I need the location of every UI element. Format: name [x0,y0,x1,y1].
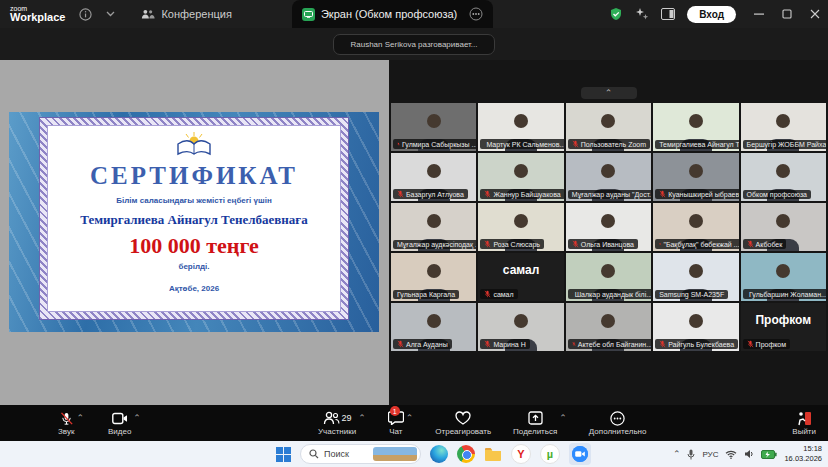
share-button[interactable]: Поделиться [513,410,557,436]
logo-line2: Workplace [10,12,65,23]
minimize-button[interactable] [754,9,764,19]
participant-tile[interactable]: Жаннур Байшуакова [478,153,563,201]
participant-tile[interactable]: Гульнара Каргала [391,253,476,301]
participant-name: Samsung SM-A235F [659,291,724,298]
tab-conference[interactable]: Конференция [141,8,231,20]
participant-tile[interactable]: Куанышкирей ыбраев [653,153,738,201]
participant-tile[interactable]: Обком профсоюза [741,153,826,201]
windows-start-button[interactable] [276,447,291,462]
participant-big-name: самал [478,263,563,277]
participant-tile[interactable]: Мартук РК Сальменов... [478,103,563,151]
mute-options-caret[interactable]: ⌃ [76,413,84,423]
muted-mic-icon [747,340,754,348]
participant-tile[interactable]: самалсамал [478,253,563,301]
battery-icon[interactable] [761,450,777,459]
participant-tile[interactable]: Ольга Иванцова [566,203,651,251]
leave-button[interactable]: Выйти [792,410,816,436]
shared-screen-pane: СЕРТИФИКАТ Білім саласындағы жемісті еңб… [0,60,389,405]
search-icon [309,449,319,459]
chat-button[interactable]: 1 Чат [388,410,404,436]
participants-label: Участники [318,427,356,436]
certificate-subtitle: Білім саласындағы жемісті еңбегі үшін [48,196,340,205]
speaker-icon[interactable] [744,449,754,459]
taskbar-clock[interactable]: 15:18 16.03.2026 [784,444,822,464]
participant-tile[interactable]: Мұғалжар аудкәсіподақ ... [391,203,476,251]
participant-tile[interactable]: Акбобек [741,203,826,251]
participant-name-tag: Шалкар аудандык білі... [568,289,651,299]
chevron-down-icon[interactable] [106,11,115,17]
certificate-place-date: Ақтөбе, 2026 [48,284,340,293]
edge-browser-icon[interactable] [430,445,448,463]
participant-name-tag: Райгуль Булекбаева [655,339,738,349]
participant-tile[interactable]: Темиргалиева Айнагул Те... [653,103,738,151]
zoom-app-icon-active[interactable] [569,443,591,465]
participant-tile[interactable]: "Бақбұлақ" бөбекжай ... [653,203,738,251]
certificate-photo: СЕРТИФИКАТ Білім саласындағы жемісті еңб… [9,112,379,332]
participant-tile[interactable]: Марина Н [478,303,563,351]
participant-name: Обком профсоюза [747,191,807,198]
security-shield-icon[interactable] [609,7,623,21]
utorrent-icon[interactable]: µ [540,444,560,464]
participant-tile[interactable]: Гульбаршин Жоламан... [741,253,826,301]
certificate-recipient: Темиргалиева Айнагул Тенелбаевнаға [48,212,340,228]
participants-caret[interactable]: ⌃ [358,413,366,423]
gallery-collapse-button[interactable]: ⌃ [581,87,637,99]
participant-tile[interactable]: Мұғалжар ауданы "Дост... [566,153,651,201]
participant-name-tag: Гульнара Каргала [393,290,459,299]
participant-tile[interactable]: Samsung SM-A235F [653,253,738,301]
tray-expand-caret[interactable]: ⌃ [673,449,681,459]
participant-tile[interactable]: Алга Ауданы [391,303,476,351]
tab-screen-share[interactable]: Экран (Обком профсоюза) [292,0,493,28]
muted-mic-icon [397,190,404,198]
participant-name: Бершугір ЖОББМ Райхан [747,141,826,148]
yandex-browser-icon[interactable]: Y [511,444,531,464]
mic-muted-icon [59,410,74,426]
signin-button[interactable]: Вход [687,6,736,23]
participant-name: Марина Н [493,341,525,348]
participant-tile[interactable]: Базаргул Атлуова [391,153,476,201]
share-caret[interactable]: ⌃ [559,413,567,423]
mute-button[interactable]: Звук [58,410,74,436]
participant-name-tag: Темиргалиева Айнагул Те... [655,140,738,149]
participant-name-tag: Алга Ауданы [393,339,452,349]
muted-mic-icon [572,240,579,248]
chrome-browser-icon[interactable] [457,445,475,463]
participant-name-tag: Samsung SM-A235F [655,290,728,299]
certificate-amount: 100 000 теңге [48,233,340,259]
participant-tile[interactable]: Роза Слюсарь [478,203,563,251]
taskbar-search[interactable]: Поиск [300,444,421,464]
video-button[interactable]: Видео [108,410,131,436]
participant-tile[interactable]: Гулмира Сабыркызы ... [391,103,476,151]
more-button[interactable]: Дополнительно [589,410,647,436]
info-icon[interactable] [79,8,92,21]
maximize-button[interactable] [782,9,792,19]
participant-tile[interactable]: Шалкар аудандык білі... [566,253,651,301]
wifi-icon[interactable] [725,450,737,459]
muted-mic-icon [484,290,491,298]
participant-name: "Бақбұлақ" бөбекжай ... [663,241,738,248]
participant-tile[interactable]: Пользователь Zoom [566,103,651,151]
participant-tile[interactable]: Райгуль Булекбаева [653,303,738,351]
participants-button[interactable]: 29 Участники [318,410,356,436]
video-options-caret[interactable]: ⌃ [133,413,141,423]
search-highlight-thumbnail [373,447,417,461]
muted-mic-icon [572,340,576,348]
ai-companion-icon[interactable] [635,7,649,21]
react-button[interactable]: Отреагировать [435,410,491,436]
close-button[interactable] [810,9,820,19]
participant-tile[interactable]: ПрофкомПрофком [741,303,826,351]
tab-more-icon[interactable] [469,7,483,21]
chat-caret[interactable]: ⌃ [406,413,414,423]
participant-name-tag: Бершугір ЖОББМ Райхан [743,140,826,149]
participant-tile[interactable]: Бершугір ЖОББМ Райхан [741,103,826,151]
tray-mic-icon[interactable] [687,449,695,460]
layout-icon[interactable] [661,8,675,20]
chat-label: Чат [389,427,402,436]
participant-tile[interactable]: Актебе обл Байганин... [566,303,651,351]
participant-name-tag: Мұғалжар аудкәсіподақ ... [393,240,476,249]
participant-name: Темиргалиева Айнагул Те... [659,141,738,148]
language-indicator[interactable]: РУС [702,450,718,459]
screen-share-icon [302,8,315,21]
file-explorer-icon[interactable] [484,447,502,462]
certificate-frame: СЕРТИФИКАТ Білім саласындағы жемісті еңб… [39,117,349,320]
